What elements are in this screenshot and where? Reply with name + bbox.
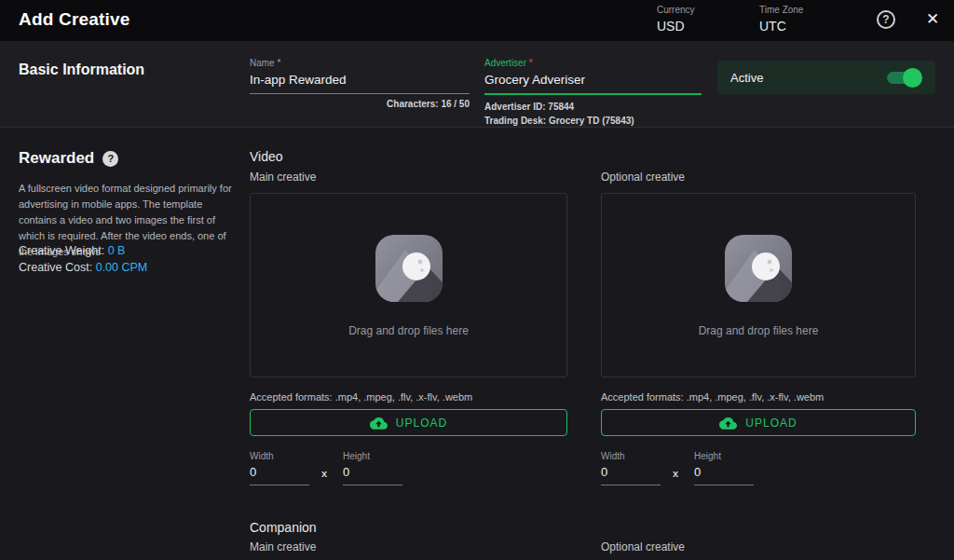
close-icon[interactable]: ✕ <box>926 10 939 29</box>
name-input[interactable] <box>250 73 470 94</box>
drag-drop-text: Drag and drop files here <box>348 324 469 337</box>
dimension-separator: x <box>321 468 327 479</box>
timezone-info: Time Zone UTC <box>759 5 803 34</box>
dimension-separator: x <box>673 468 678 479</box>
help-icon[interactable]: ? <box>877 10 895 29</box>
required-asterisk: * <box>529 58 533 68</box>
creative-cost-value: 0.00 CPM <box>96 261 148 274</box>
image-placeholder-icon <box>374 233 444 304</box>
upload-button-label: UPLOAD <box>745 417 797 430</box>
basic-information-section: Basic Information Name * Characters: 16 … <box>0 41 954 128</box>
trading-desk-text: Trading Desk: Grocery TD (75843) <box>484 115 702 128</box>
rewarded-header: Rewarded ? <box>19 149 118 168</box>
companion-main-creative-label: Main creative <box>250 540 316 553</box>
advertiser-id-text: Advertiser ID: 75844 <box>484 101 702 114</box>
rewarded-help-icon[interactable]: ? <box>102 151 118 167</box>
video-section-title: Video <box>250 149 283 164</box>
top-bar: Add Creative Currency USD Time Zone UTC … <box>0 0 954 41</box>
height-label: Height <box>694 451 721 461</box>
companion-optional-creative-label: Optional creative <box>601 540 685 553</box>
timezone-label: Time Zone <box>759 5 803 15</box>
video-main-upload-button[interactable]: UPLOAD <box>250 409 567 436</box>
video-optional-upload-button[interactable]: UPLOAD <box>601 409 916 436</box>
page-title: Add Creative <box>19 9 130 30</box>
active-toggle[interactable] <box>887 68 922 88</box>
upload-button-label: UPLOAD <box>396 417 447 430</box>
height-input[interactable] <box>343 465 402 485</box>
video-main-dropzone[interactable]: Drag and drop files here <box>250 193 567 377</box>
height-label: Height <box>343 451 370 461</box>
image-placeholder-icon <box>723 233 794 304</box>
width-label: Width <box>250 451 274 461</box>
width-input[interactable] <box>250 465 309 485</box>
cloud-upload-icon <box>719 417 737 430</box>
creative-weight-label: Creative Weight: <box>19 244 104 257</box>
toggle-knob <box>903 68 922 88</box>
accepted-formats-text: Accepted formats: .mp4, .mpeg, .flv, .x-… <box>601 391 824 403</box>
width-input[interactable] <box>601 465 661 485</box>
video-optional-creative-label: Optional creative <box>601 171 685 184</box>
advertiser-label: Advertiser * <box>484 58 702 68</box>
creative-cost-label: Creative Cost: <box>19 261 92 274</box>
name-field: Name * Characters: 16 / 50 <box>250 58 470 109</box>
name-character-counter: Characters: 16 / 50 <box>250 99 470 109</box>
active-status-panel: Active <box>717 61 935 94</box>
drag-drop-text: Drag and drop files here <box>699 324 819 337</box>
companion-section-title: Companion <box>250 520 317 535</box>
rewarded-title: Rewarded <box>19 149 94 168</box>
active-label: Active <box>730 71 887 85</box>
currency-info: Currency USD <box>657 5 695 34</box>
cloud-upload-icon <box>370 417 388 430</box>
video-optional-dropzone[interactable]: Drag and drop files here <box>601 193 916 377</box>
currency-value: USD <box>657 19 695 34</box>
currency-label: Currency <box>657 5 695 15</box>
advertiser-label-text: Advertiser <box>484 58 529 68</box>
video-main-creative-label: Main creative <box>250 171 316 184</box>
creative-weight-value: 0 B <box>108 244 126 257</box>
add-creative-dialog: Add Creative Currency USD Time Zone UTC … <box>0 0 954 560</box>
creative-weight-row: Creative Weight: 0 B <box>19 244 125 257</box>
accepted-formats-text: Accepted formats: .mp4, .mpeg, .flv, .x-… <box>250 391 472 403</box>
width-label: Width <box>601 451 625 461</box>
timezone-value: UTC <box>759 19 803 34</box>
advertiser-field: Advertiser * Advertiser ID: 75844 Tradin… <box>484 58 702 128</box>
height-input[interactable] <box>694 465 754 485</box>
basic-information-title: Basic Information <box>19 61 144 78</box>
creative-cost-row: Creative Cost: 0.00 CPM <box>19 261 147 274</box>
advertiser-input[interactable] <box>484 73 702 95</box>
name-label: Name * <box>250 58 470 68</box>
